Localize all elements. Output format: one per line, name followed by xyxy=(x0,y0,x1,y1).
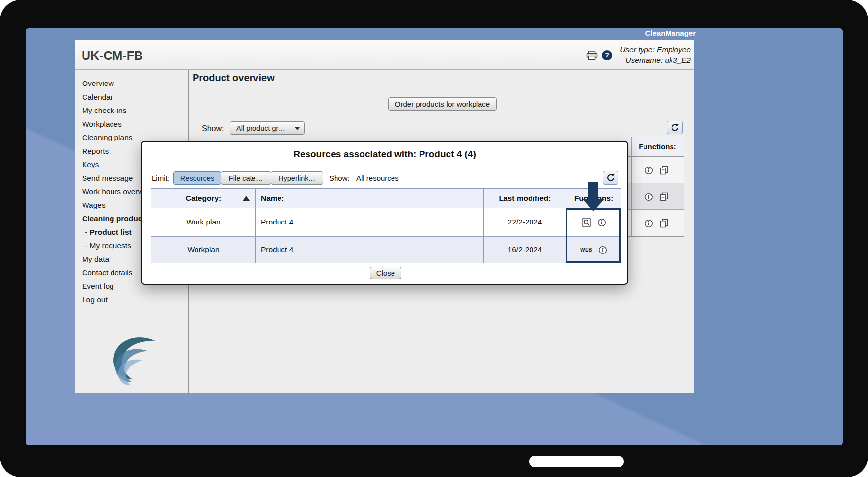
username-text: Username: uk3_E2 xyxy=(620,55,691,66)
copy-icon[interactable] xyxy=(659,166,669,175)
functions-column-header: Functions: xyxy=(631,137,684,156)
help-glyph: ? xyxy=(605,51,609,59)
tab-resources[interactable]: Resources xyxy=(173,171,221,185)
frame-caption-pill xyxy=(529,456,624,467)
dialog-title: Resources associated with: Product 4 (4) xyxy=(142,149,627,160)
category-column-header[interactable]: Category: xyxy=(151,189,255,208)
name-cell: Product 4 xyxy=(255,208,483,236)
refresh-icon xyxy=(671,123,679,132)
show-label: Show: xyxy=(202,124,224,133)
tab-hyperlinks[interactable]: Hyperlink… xyxy=(271,171,323,185)
category-cell: Workplan xyxy=(151,237,255,263)
user-info: User type: Employee Username: uk3_E2 xyxy=(620,44,691,66)
sort-ascending-icon[interactable] xyxy=(243,196,250,201)
sidebar-item-overview[interactable]: Overview xyxy=(75,77,188,90)
refresh-button[interactable] xyxy=(667,121,683,134)
sidebar-item-workplaces[interactable]: Workplaces xyxy=(75,117,188,131)
functions-cell: WEB xyxy=(566,237,621,263)
column-divider xyxy=(631,137,632,236)
info-icon[interactable] xyxy=(597,218,606,227)
resources-dialog: Resources associated with: Product 4 (4)… xyxy=(141,141,628,285)
name-cell: Product 4 xyxy=(255,237,483,263)
web-link[interactable]: WEB xyxy=(580,247,592,253)
sidebar-item-calendar[interactable]: Calendar xyxy=(75,90,188,104)
order-products-button[interactable]: Order products for workplace xyxy=(388,97,497,111)
chevron-down-icon xyxy=(295,127,300,130)
preview-icon[interactable] xyxy=(582,218,591,227)
product-group-dropdown[interactable]: All product gr… xyxy=(230,121,305,135)
print-icon[interactable] xyxy=(586,51,598,60)
modified-cell: 16/2-2024 xyxy=(483,237,566,263)
page-title: Product overview xyxy=(193,72,275,84)
info-icon[interactable] xyxy=(644,219,653,228)
close-button[interactable]: Close xyxy=(370,267,401,279)
dialog-refresh-button[interactable] xyxy=(603,171,618,185)
info-icon[interactable] xyxy=(644,193,653,201)
app-title: UK-CM-FB xyxy=(82,49,143,63)
modified-cell: 22/2-2024 xyxy=(483,208,566,236)
show-filter-label: Show: xyxy=(329,171,350,185)
show-filter-value: All resources xyxy=(356,171,399,185)
device-frame: CleanManager UK-CM-FB ? User type: Emplo… xyxy=(0,0,868,477)
sidebar-item-my-check-ins[interactable]: My check-ins xyxy=(75,104,188,117)
sidebar-item-log-out[interactable]: Log out xyxy=(75,293,188,307)
refresh-icon xyxy=(606,173,615,182)
functions-cell xyxy=(566,208,621,236)
info-icon[interactable] xyxy=(598,246,607,254)
resource-row: Work plan Product 4 22/2-2024 xyxy=(151,208,621,236)
app-header: UK-CM-FB ? User type: Employee Username:… xyxy=(75,40,694,70)
resources-table: Category: Name: Last modified: Functions… xyxy=(151,188,621,263)
resource-row: Workplan Product 4 16/2-2024 WEB xyxy=(151,236,621,263)
resources-table-header: Category: Name: Last modified: Functions… xyxy=(151,189,621,208)
brand-text: CleanManager xyxy=(26,29,696,37)
limit-label: Limit: xyxy=(152,171,169,185)
category-cell: Work plan xyxy=(151,208,255,236)
copy-icon[interactable] xyxy=(659,219,669,228)
name-column-header: Name: xyxy=(255,189,483,208)
modified-column-header: Last modified: xyxy=(483,189,566,208)
copy-icon[interactable] xyxy=(659,192,669,201)
info-icon[interactable] xyxy=(644,166,653,175)
cleanmanager-logo xyxy=(101,331,167,391)
user-type-text: User type: Employee xyxy=(620,44,691,55)
pointer-arrow-annotation xyxy=(582,182,605,212)
dropdown-value: All product gr… xyxy=(236,124,285,132)
tab-file-categories[interactable]: File cate… xyxy=(221,171,271,185)
help-icon[interactable]: ? xyxy=(602,50,612,60)
